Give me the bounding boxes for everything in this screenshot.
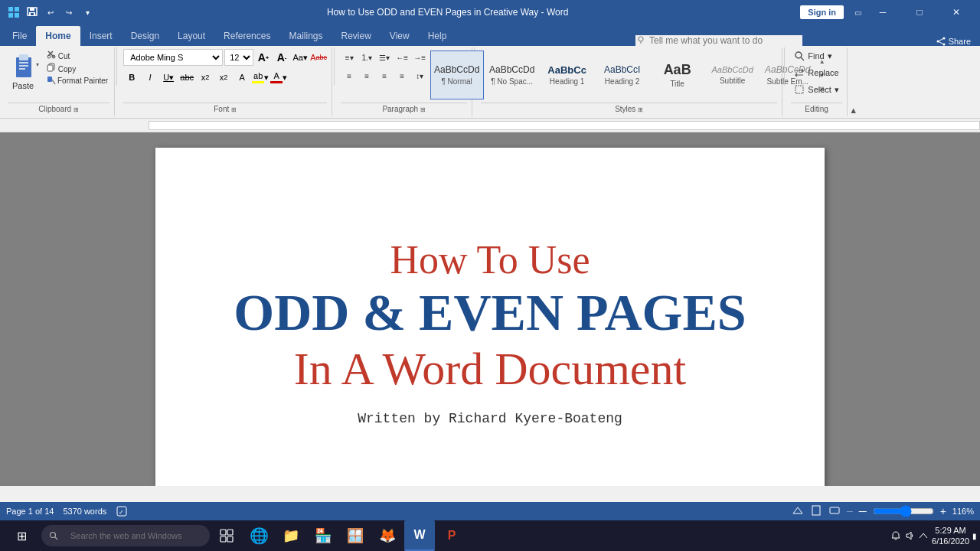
read-icon: [792, 504, 804, 517]
start-button[interactable]: ⊞: [3, 520, 40, 551]
justify-button[interactable]: ≡: [394, 67, 410, 84]
copy-icon: [47, 63, 56, 72]
tab-view[interactable]: View: [381, 26, 419, 46]
ruler-line: [149, 121, 980, 130]
page-content[interactable]: How To Use ODD & EVEN PAGES In A Word Do…: [203, 207, 776, 457]
tab-insert[interactable]: Insert: [80, 26, 122, 46]
tab-help[interactable]: Help: [419, 26, 456, 46]
format-painter-button[interactable]: Format Painter: [45, 75, 109, 86]
taskbar-explorer[interactable]: 📁: [276, 520, 306, 551]
style-heading2[interactable]: AaBbCcI Heading 2: [596, 51, 649, 99]
subscript-button[interactable]: x2: [197, 69, 214, 86]
clipboard-label: Clipboard ⊞: [8, 103, 109, 115]
underline-button[interactable]: U▾: [160, 69, 177, 86]
tab-home[interactable]: Home: [36, 26, 80, 46]
clipboard-expand[interactable]: ⊞: [74, 106, 79, 113]
show-desktop-button[interactable]: ▮: [972, 532, 977, 540]
italic-button[interactable]: I: [142, 69, 158, 86]
editing-label: Editing: [791, 103, 842, 115]
strikethrough-button[interactable]: abc: [178, 69, 195, 86]
bullets-button[interactable]: ≡▾: [341, 49, 358, 66]
taskbar-store[interactable]: 🏪: [308, 520, 338, 551]
search-bar[interactable]: [41, 525, 210, 546]
line-spacing-button[interactable]: ↕▾: [411, 67, 428, 84]
copy-button[interactable]: Copy: [45, 62, 109, 74]
tab-review[interactable]: Review: [332, 26, 380, 46]
change-case-button[interactable]: Aa▾: [292, 49, 309, 66]
tab-mailings[interactable]: Mailings: [279, 26, 332, 46]
zoom-slider[interactable]: [873, 505, 934, 517]
minimize-button[interactable]: ─: [865, 0, 900, 24]
tell-me-bar[interactable]: [635, 35, 802, 46]
replace-button[interactable]: Replace: [791, 66, 842, 80]
title-line2: ODD & EVEN PAGES: [234, 282, 746, 343]
clear-formatting-button[interactable]: Aabc: [310, 49, 327, 66]
select-button[interactable]: Select ▾: [791, 83, 842, 96]
align-center-button[interactable]: ≡: [358, 67, 375, 84]
cut-button[interactable]: Cut: [45, 49, 109, 61]
save-button[interactable]: [24, 5, 40, 20]
maximize-button[interactable]: □: [902, 0, 937, 24]
speaker-icon: [904, 530, 915, 541]
redo-button[interactable]: ↪: [61, 5, 77, 20]
proofing-icon[interactable]: ✓: [116, 505, 128, 517]
style-heading1[interactable]: AaBbCc Heading 1: [541, 51, 594, 99]
read-mode-button[interactable]: [792, 504, 804, 519]
normal-label: ¶ Normal: [441, 77, 472, 86]
multilevel-button[interactable]: ☰▾: [376, 49, 393, 66]
style-normal[interactable]: AaBbCcDd ¶ Normal: [430, 51, 484, 99]
taskbar-word[interactable]: W: [404, 520, 435, 551]
taskbar-right: 5:29 AM 6/16/2020 ▮: [890, 525, 977, 547]
styles-expand-btn[interactable]: ⊞: [638, 106, 643, 113]
app-icon[interactable]: [6, 5, 21, 20]
style-subtitle[interactable]: AaBbCcDd Subtitle: [706, 51, 760, 99]
paragraph-expand[interactable]: ⊞: [420, 106, 426, 113]
increase-indent-button[interactable]: →≡: [411, 49, 428, 66]
zoom-out-button[interactable]: ─: [859, 505, 867, 517]
font-color-button[interactable]: A▾: [270, 69, 287, 86]
ribbon-display-button[interactable]: ▭: [850, 5, 865, 20]
tab-design[interactable]: Design: [122, 26, 168, 46]
numbering-button[interactable]: 1.▾: [358, 49, 375, 66]
font-family-select[interactable]: Adobe Ming S: [123, 49, 223, 66]
svg-text:✓: ✓: [119, 509, 124, 516]
taskbar-firefox[interactable]: 🦊: [372, 520, 403, 551]
tab-references[interactable]: References: [214, 26, 279, 46]
style-no-spacing[interactable]: AaBbCcDd ¶ No Spac...: [485, 51, 539, 99]
bold-button[interactable]: B: [123, 69, 140, 86]
svg-line-34: [55, 537, 58, 540]
superscript-button[interactable]: x2: [215, 69, 232, 86]
decrease-indent-button[interactable]: ←≡: [394, 49, 410, 66]
taskbar-powerpoint[interactable]: P: [436, 520, 467, 551]
taskbar-windows[interactable]: 🪟: [340, 520, 371, 551]
web-layout-button[interactable]: [828, 504, 841, 519]
align-right-button[interactable]: ≡: [376, 67, 393, 84]
tab-file[interactable]: File: [3, 26, 36, 46]
separator-4: [784, 47, 785, 86]
increase-font-button[interactable]: A+: [255, 49, 272, 66]
paste-button[interactable]: Paste ▾: [8, 49, 42, 92]
tab-layout[interactable]: Layout: [168, 26, 214, 46]
text-effects-button[interactable]: A: [234, 69, 250, 86]
share-button[interactable]: Share: [936, 37, 971, 46]
taskbar-task-view[interactable]: [211, 520, 242, 551]
font-expand[interactable]: ⊞: [231, 106, 237, 113]
decrease-font-button[interactable]: A-: [273, 49, 290, 66]
sign-in-button[interactable]: Sign in: [800, 5, 844, 19]
taskbar-search-input[interactable]: [63, 525, 193, 546]
style-title[interactable]: AaB Title: [651, 51, 704, 99]
tell-me-input[interactable]: [649, 35, 802, 46]
quick-access-more[interactable]: ▾: [80, 5, 95, 20]
highlight-button[interactable]: ab▾: [252, 69, 269, 86]
find-button[interactable]: Find ▾: [791, 49, 842, 63]
document-area[interactable]: How To Use ODD & EVEN PAGES In A Word Do…: [0, 132, 980, 486]
taskbar-edge[interactable]: 🌐: [243, 520, 274, 551]
zoom-in-button[interactable]: +: [940, 505, 946, 517]
print-layout-button[interactable]: [810, 504, 822, 519]
ribbon-collapse[interactable]: ▲: [848, 104, 859, 116]
undo-button[interactable]: ↩: [43, 5, 58, 20]
svg-rect-19: [19, 68, 25, 70]
close-button[interactable]: ✕: [939, 0, 974, 24]
font-size-select[interactable]: 12: [224, 49, 253, 66]
align-left-button[interactable]: ≡: [341, 67, 358, 84]
